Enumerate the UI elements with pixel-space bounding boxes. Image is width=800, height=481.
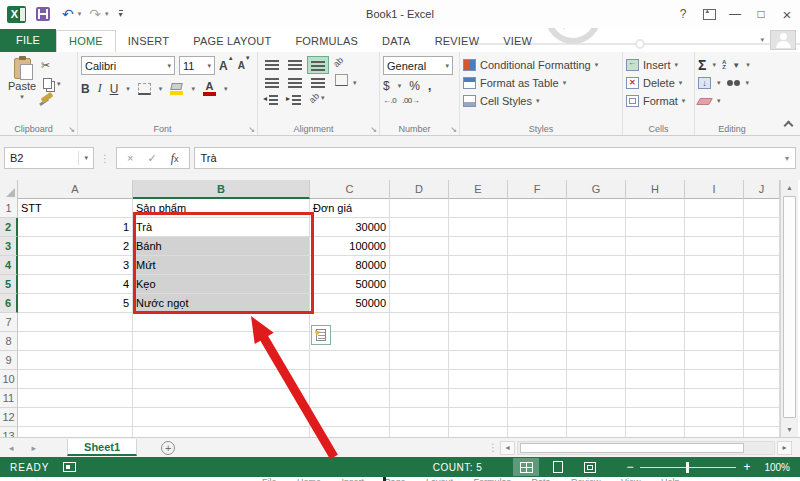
cell-E1[interactable]: [449, 199, 508, 218]
zoom-slider-thumb[interactable]: [686, 462, 689, 473]
cell-B5[interactable]: Kẹo: [133, 275, 310, 294]
decrease-font-button[interactable]: A▼: [238, 60, 251, 71]
cell-G5[interactable]: [567, 275, 626, 294]
cell-A5[interactable]: 4: [18, 275, 133, 294]
cell-H3[interactable]: [626, 237, 685, 256]
insert-function-button[interactable]: fx: [171, 151, 179, 166]
horizontal-scrollbar-thumb[interactable]: [520, 443, 744, 453]
cell-H2[interactable]: [626, 218, 685, 237]
underline-dropdown-icon[interactable]: ▾: [126, 85, 130, 93]
cell-A13[interactable]: [18, 427, 133, 437]
cell-B8[interactable]: [133, 332, 310, 351]
cell-F11[interactable]: [508, 389, 567, 408]
quick-analysis-button[interactable]: [311, 325, 331, 345]
cell-E8[interactable]: [449, 332, 508, 351]
column-header-H[interactable]: H: [626, 180, 685, 199]
cell-F3[interactable]: [508, 237, 567, 256]
cell-C10[interactable]: [310, 370, 390, 389]
zoom-slider-track[interactable]: [640, 467, 736, 468]
horizontal-scrollbar[interactable]: ◂ ▸: [500, 441, 792, 455]
row-header-6[interactable]: 6: [0, 294, 18, 313]
wrap-text-button[interactable]: ab▾: [307, 92, 327, 104]
cell-H1[interactable]: [626, 199, 685, 218]
zoom-percentage[interactable]: 100%: [764, 462, 790, 473]
top-align-button[interactable]: [261, 56, 283, 74]
cancel-icon[interactable]: ×: [127, 152, 133, 164]
cell-E10[interactable]: [449, 370, 508, 389]
cell-F7[interactable]: [508, 313, 567, 332]
cell-C5[interactable]: 50000: [310, 275, 390, 294]
clear-button[interactable]: [696, 98, 713, 105]
sheet-nav-right-icon[interactable]: ▸: [23, 443, 46, 453]
cell-F2[interactable]: [508, 218, 567, 237]
column-header-E[interactable]: E: [449, 180, 508, 199]
cell-B9[interactable]: [133, 351, 310, 370]
formula-input[interactable]: Trà ▾: [194, 147, 797, 169]
fill-dropdown-icon[interactable]: ▾: [717, 79, 721, 87]
row-header-13[interactable]: 13: [0, 427, 18, 437]
cell-D2[interactable]: [390, 218, 449, 237]
cell-D3[interactable]: [390, 237, 449, 256]
help-button[interactable]: ?: [670, 0, 696, 28]
format-cells-button[interactable]: Format▾: [626, 92, 691, 110]
cell-H7[interactable]: [626, 313, 685, 332]
cell-I11[interactable]: [685, 389, 744, 408]
cell-D4[interactable]: [390, 256, 449, 275]
row-header-3[interactable]: 3: [0, 237, 18, 256]
cell-J3[interactable]: [744, 237, 780, 256]
cell-G9[interactable]: [567, 351, 626, 370]
row-header-1[interactable]: 1: [0, 199, 18, 218]
cell-D12[interactable]: [390, 408, 449, 427]
cell-J6[interactable]: [744, 294, 780, 313]
zoom-in-button[interactable]: +: [743, 461, 750, 473]
row-header-11[interactable]: 11: [0, 389, 18, 408]
cell-C13[interactable]: [310, 427, 390, 437]
cell-C2[interactable]: 30000: [310, 218, 390, 237]
cell-I3[interactable]: [685, 237, 744, 256]
cell-A1[interactable]: STT: [18, 199, 133, 218]
cell-I6[interactable]: [685, 294, 744, 313]
page-break-view-button[interactable]: [577, 458, 603, 476]
cell-E2[interactable]: [449, 218, 508, 237]
cell-E9[interactable]: [449, 351, 508, 370]
cell-J12[interactable]: [744, 408, 780, 427]
cell-G4[interactable]: [567, 256, 626, 275]
cell-B10[interactable]: [133, 370, 310, 389]
cell-H4[interactable]: [626, 256, 685, 275]
cell-J10[interactable]: [744, 370, 780, 389]
orientation-button[interactable]: ab: [330, 56, 352, 74]
borders-button[interactable]: [138, 83, 151, 95]
cell-E4[interactable]: [449, 256, 508, 275]
cell-D8[interactable]: [390, 332, 449, 351]
cell-C9[interactable]: [310, 351, 390, 370]
tab-scroll-divider[interactable]: ⋮: [486, 442, 500, 453]
cell-F5[interactable]: [508, 275, 567, 294]
cell-D1[interactable]: [390, 199, 449, 218]
column-header-A[interactable]: A: [18, 180, 133, 199]
user-account-avatar[interactable]: [770, 30, 796, 50]
cell-D10[interactable]: [390, 370, 449, 389]
cell-E11[interactable]: [449, 389, 508, 408]
macro-record-icon[interactable]: [63, 462, 76, 472]
font-color-button[interactable]: A: [203, 81, 216, 96]
cell-F4[interactable]: [508, 256, 567, 275]
cell-B7[interactable]: [133, 313, 310, 332]
undo-dropdown-icon[interactable]: ▾: [78, 10, 82, 18]
cell-G3[interactable]: [567, 237, 626, 256]
find-dropdown-icon[interactable]: ▾: [746, 79, 750, 87]
page-layout-view-button[interactable]: [545, 458, 571, 476]
row-header-10[interactable]: 10: [0, 370, 18, 389]
tab-view[interactable]: VIEW: [491, 31, 544, 52]
underline-button[interactable]: U: [110, 82, 119, 96]
cell-I10[interactable]: [685, 370, 744, 389]
cell-H5[interactable]: [626, 275, 685, 294]
cell-J9[interactable]: [744, 351, 780, 370]
cell-F12[interactable]: [508, 408, 567, 427]
cell-J4[interactable]: [744, 256, 780, 275]
font-color-dropdown-icon[interactable]: ▾: [224, 85, 228, 93]
cell-D6[interactable]: [390, 294, 449, 313]
cell-I7[interactable]: [685, 313, 744, 332]
cell-C12[interactable]: [310, 408, 390, 427]
cell-I8[interactable]: [685, 332, 744, 351]
cell-G1[interactable]: [567, 199, 626, 218]
